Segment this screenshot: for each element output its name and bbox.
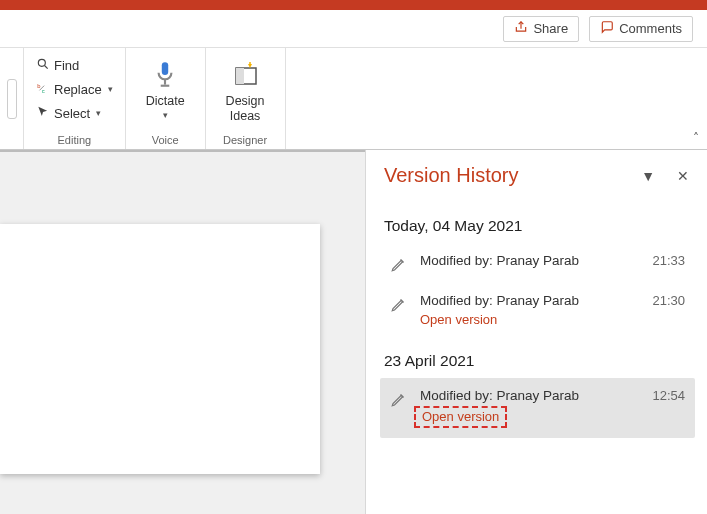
select-icon [36, 105, 50, 122]
ribbon: Find bc Replace ▾ Select ▾ Editing Dicta… [0, 48, 707, 150]
version-time: 21:30 [652, 293, 685, 308]
dictate-label: Dictate [146, 94, 185, 109]
version-date-heading: 23 April 2021 [384, 352, 695, 370]
replace-label: Replace [54, 82, 102, 97]
panel-menu-button[interactable]: ▼ [641, 168, 655, 184]
chevron-down-icon: ▾ [96, 108, 101, 118]
version-time: 12:54 [652, 388, 685, 403]
pencil-icon [390, 295, 408, 313]
group-label-editing: Editing [32, 131, 117, 149]
comments-label: Comments [619, 21, 682, 36]
panel-title: Version History [384, 164, 519, 187]
pencil-icon [390, 255, 408, 273]
chevron-down-icon: ▾ [163, 110, 168, 120]
chevron-down-icon: ▾ [108, 84, 113, 94]
version-info: Modified by: Pranay ParabOpen version [420, 293, 640, 328]
select-button[interactable]: Select ▾ [36, 102, 113, 124]
group-label-voice: Voice [134, 131, 197, 149]
find-icon [36, 57, 50, 74]
share-button[interactable]: Share [503, 16, 579, 42]
version-entry[interactable]: Modified by: Pranay ParabOpen version12:… [380, 378, 695, 438]
svg-point-0 [38, 59, 45, 66]
replace-button[interactable]: bc Replace ▾ [36, 78, 113, 100]
version-info: Modified by: Pranay ParabOpen version [420, 388, 640, 428]
ribbon-group-voice: Dictate ▾ Voice [126, 48, 206, 149]
share-icon [514, 20, 528, 37]
design-ideas-icon [230, 58, 260, 92]
version-entry[interactable]: Modified by: Pranay ParabOpen version21:… [380, 283, 695, 338]
version-date-heading: Today, 04 May 2021 [384, 217, 695, 235]
svg-text:c: c [42, 87, 45, 93]
svg-rect-5 [236, 68, 244, 84]
dictate-button[interactable]: Dictate ▾ [134, 52, 197, 120]
share-label: Share [533, 21, 568, 36]
modified-by-text: Modified by: Pranay Parab [420, 253, 640, 268]
design-ideas-label: Design Ideas [226, 94, 265, 124]
open-version-link[interactable]: Open version [414, 406, 507, 428]
svg-rect-3 [162, 62, 168, 75]
slide-canvas-area [0, 150, 365, 514]
version-entry[interactable]: Modified by: Pranay Parab21:33 [380, 243, 695, 283]
select-label: Select [54, 106, 90, 121]
panel-header: Version History ▼ ✕ [366, 150, 707, 195]
ribbon-group-designer: Design Ideas Designer [206, 48, 286, 149]
panel-body: Today, 04 May 2021Modified by: Pranay Pa… [366, 195, 707, 514]
header-row: Share Comments [0, 10, 707, 48]
collapse-ribbon-button[interactable]: ˄ [693, 131, 699, 145]
version-history-panel: Version History ▼ ✕ Today, 04 May 2021Mo… [365, 150, 707, 514]
modified-by-text: Modified by: Pranay Parab [420, 388, 640, 403]
version-time: 21:33 [652, 253, 685, 268]
svg-text:b: b [37, 83, 40, 89]
pencil-icon [390, 390, 408, 408]
workspace: Version History ▼ ✕ Today, 04 May 2021Mo… [0, 150, 707, 514]
modified-by-text: Modified by: Pranay Parab [420, 293, 640, 308]
ribbon-left-stub [0, 48, 24, 149]
design-ideas-button[interactable]: Design Ideas [214, 52, 277, 124]
microphone-icon [152, 58, 178, 92]
find-button[interactable]: Find [36, 54, 113, 76]
group-label-designer: Designer [214, 131, 277, 149]
replace-icon: bc [36, 81, 50, 98]
panel-close-button[interactable]: ✕ [677, 168, 689, 184]
find-label: Find [54, 58, 79, 73]
ribbon-group-editing: Find bc Replace ▾ Select ▾ Editing [24, 48, 126, 149]
version-info: Modified by: Pranay Parab [420, 253, 640, 268]
comments-button[interactable]: Comments [589, 16, 693, 42]
open-version-link[interactable]: Open version [420, 312, 497, 327]
app-titlebar [0, 0, 707, 10]
slide[interactable] [0, 224, 320, 474]
comment-icon [600, 20, 614, 37]
